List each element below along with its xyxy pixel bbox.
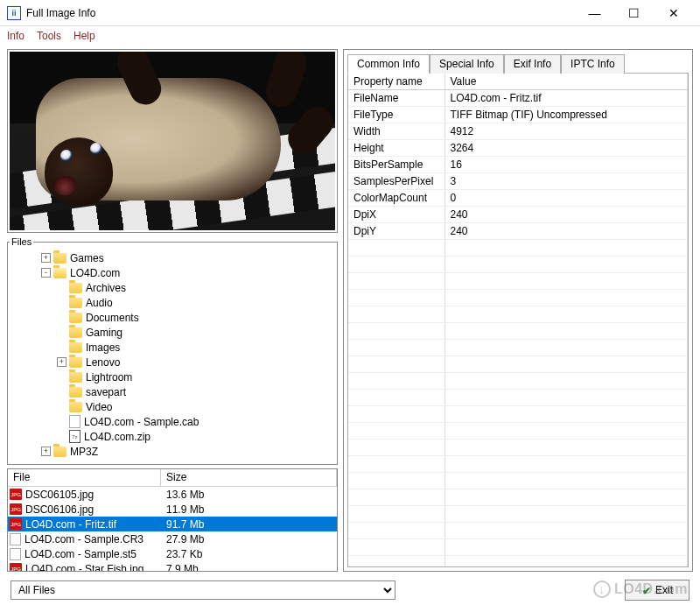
menu-help[interactable]: Help: [74, 30, 95, 42]
tree-node[interactable]: Video: [10, 399, 335, 414]
folder-icon: [69, 357, 82, 368]
menu-info[interactable]: Info: [7, 30, 24, 42]
tree-node-label: MP3Z: [70, 446, 98, 458]
tree-node[interactable]: Archives: [10, 280, 335, 295]
tree-spacer: [57, 402, 66, 412]
tab-common-info[interactable]: Common Info: [347, 54, 430, 74]
prop-header-value[interactable]: Value: [444, 74, 688, 90]
footer: All Files ✔ Exit: [0, 575, 700, 605]
property-row[interactable]: [348, 406, 688, 423]
tree-node[interactable]: Images: [10, 340, 335, 355]
file-row[interactable]: JPGLO4D.com - Fritz.tif91.7 Mb: [8, 517, 337, 531]
file-col-header[interactable]: File: [8, 469, 161, 486]
file-name: LO4D.com - Star Fish.jpg: [25, 563, 144, 572]
property-row[interactable]: [348, 306, 688, 323]
size-col-header[interactable]: Size: [161, 469, 337, 486]
property-row[interactable]: [348, 473, 688, 489]
property-row[interactable]: [348, 373, 688, 390]
property-name: FileName: [348, 90, 444, 107]
exit-button[interactable]: ✔ Exit: [625, 580, 690, 601]
file-row[interactable]: LO4D.com - Sample.st523.7 Kb: [8, 546, 337, 561]
tree-node[interactable]: Audio: [10, 295, 335, 310]
property-name: DpiX: [348, 207, 444, 223]
property-name: FileType: [348, 107, 444, 123]
tab-exif-info[interactable]: Exif Info: [504, 54, 561, 74]
property-row[interactable]: ColorMapCount0: [348, 190, 688, 207]
tree-node[interactable]: 7zLO4D.com.zip: [10, 429, 335, 444]
file-size: 7.9 Mb: [161, 563, 337, 572]
property-row[interactable]: BitsPerSample16: [348, 157, 688, 173]
property-row[interactable]: [348, 556, 688, 568]
file-row[interactable]: LO4D.com - Sample.CR327.9 Mb: [8, 531, 337, 546]
property-row[interactable]: [348, 257, 688, 273]
tree-node[interactable]: LO4D.com - Sample.cab: [10, 414, 335, 429]
property-row[interactable]: Height3264: [348, 140, 688, 157]
property-row[interactable]: [348, 290, 688, 306]
tree-node[interactable]: +Games: [10, 250, 335, 265]
close-button[interactable]: ✕: [654, 1, 693, 25]
property-row[interactable]: [348, 356, 688, 373]
property-row[interactable]: Width4912: [348, 123, 688, 140]
image-preview: [10, 52, 335, 230]
file-icon: [69, 415, 80, 428]
menubar: Info Tools Help: [0, 26, 700, 46]
tree-node[interactable]: Gaming: [10, 325, 335, 340]
maximize-button[interactable]: ☐: [614, 1, 654, 25]
property-row[interactable]: [348, 340, 688, 356]
tree-node[interactable]: Documents: [10, 310, 335, 325]
file-row[interactable]: JPGLO4D.com - Star Fish.jpg7.9 Mb: [8, 561, 337, 571]
folder-icon: [69, 283, 82, 293]
tree-spacer: [57, 313, 66, 322]
file-row[interactable]: JPGDSC06105.jpg13.6 Mb: [8, 487, 337, 502]
property-row[interactable]: DpiX240: [348, 207, 688, 223]
property-row[interactable]: [348, 423, 688, 440]
file-size: 11.9 Mb: [161, 503, 337, 516]
tree-node[interactable]: -LO4D.com: [10, 265, 335, 280]
property-row[interactable]: [348, 440, 688, 456]
tree-node[interactable]: savepart: [10, 384, 335, 399]
file-list-body[interactable]: JPGDSC06105.jpg13.6 MbJPGDSC06106.jpg11.…: [8, 487, 337, 571]
property-row[interactable]: [348, 323, 688, 340]
expand-icon[interactable]: +: [57, 357, 66, 367]
property-row[interactable]: [348, 456, 688, 473]
property-value: 3: [444, 173, 688, 190]
file-name: LO4D.com - Fritz.tif: [25, 518, 116, 531]
property-row[interactable]: [348, 539, 688, 556]
property-row[interactable]: FileNameLO4D.com - Fritz.tif: [348, 90, 688, 107]
tree-node-label: LO4D.com.zip: [84, 431, 150, 443]
property-row[interactable]: FileTypeTIFF Bitmap (TIF) Uncompressed: [348, 107, 688, 123]
exit-label: Exit: [655, 584, 673, 596]
property-row[interactable]: [348, 489, 688, 506]
tree-node-label: Games: [70, 252, 104, 264]
tree-node[interactable]: Lightroom: [10, 369, 335, 384]
tree-node[interactable]: +Lenovo: [10, 355, 335, 369]
jpg-icon: JPG: [10, 518, 22, 530]
property-row[interactable]: [348, 390, 688, 406]
property-row[interactable]: [348, 240, 688, 257]
property-row[interactable]: [348, 506, 688, 523]
tab-iptc-info[interactable]: IPTC Info: [561, 54, 625, 74]
collapse-icon[interactable]: -: [41, 268, 51, 278]
window-title: Full Image Info: [26, 7, 575, 19]
minimize-button[interactable]: —: [575, 1, 614, 25]
expand-icon[interactable]: +: [41, 253, 51, 263]
file-name: DSC06106.jpg: [25, 503, 94, 516]
prop-header-name[interactable]: Property name: [348, 74, 444, 90]
tree-node-label: Images: [86, 341, 120, 354]
expand-icon[interactable]: +: [41, 447, 51, 456]
image-preview-panel: [7, 49, 338, 233]
property-row[interactable]: [348, 523, 688, 539]
property-row[interactable]: SamplesPerPixel3: [348, 173, 688, 190]
folder-icon: [69, 313, 82, 323]
menu-tools[interactable]: Tools: [37, 30, 61, 42]
file-list-panel: File Size JPGDSC06105.jpg13.6 MbJPGDSC06…: [7, 468, 338, 572]
property-row[interactable]: DpiY240: [348, 223, 688, 240]
property-row[interactable]: [348, 273, 688, 290]
folder-tree[interactable]: +Games-LO4D.comArchivesAudioDocumentsGam…: [10, 249, 335, 462]
file-row[interactable]: JPGDSC06106.jpg11.9 Mb: [8, 502, 337, 517]
tree-node[interactable]: +MP3Z: [10, 444, 335, 459]
tab-special-info[interactable]: Special Info: [430, 54, 504, 74]
filter-select[interactable]: All Files: [10, 580, 396, 600]
tree-spacer: [57, 342, 66, 352]
folder-icon: [69, 327, 82, 338]
